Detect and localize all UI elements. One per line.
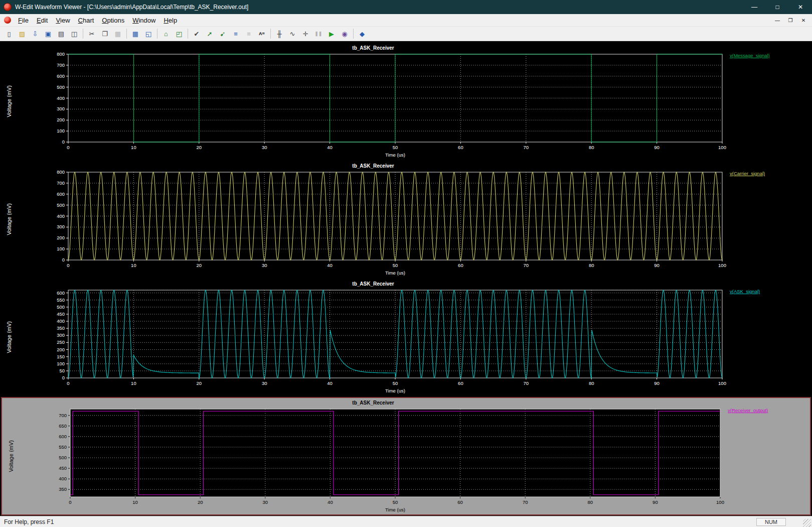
minimize-button[interactable]: — bbox=[743, 0, 766, 14]
message-signal-plot[interactable]: 0102030405060708090100010020030040050060… bbox=[18, 52, 728, 158]
svg-text:10: 10 bbox=[131, 380, 136, 386]
svg-text:400: 400 bbox=[57, 213, 65, 219]
y-axis-label: Voltage (mV) bbox=[2, 398, 20, 514]
cut-button[interactable]: ✂ bbox=[86, 28, 98, 40]
menu-edit[interactable]: Edit bbox=[33, 14, 52, 26]
waveform-panel-receiver-selected[interactable]: Voltage (mV) tb_ASK_Receiver 01020304050… bbox=[1, 397, 811, 515]
import-file-button[interactable]: ⇩ bbox=[29, 28, 41, 40]
chart-window-button[interactable]: ◱ bbox=[142, 28, 154, 40]
open-file-button[interactable]: ▨ bbox=[16, 28, 28, 40]
menu-file[interactable]: File bbox=[14, 14, 33, 26]
svg-text:500: 500 bbox=[59, 455, 67, 460]
legend-label-message[interactable]: v(Message_signal) bbox=[730, 53, 770, 58]
snapshot-button[interactable]: ◉ bbox=[339, 28, 351, 40]
zoom-mode-button[interactable]: ◰ bbox=[173, 28, 185, 40]
toolbar: ▯▨⇩▣▤◫✂❐▦▦◱⌂◰✔➚➹≡≡A=╫∿✛❚❚▶◉◆ bbox=[0, 26, 812, 41]
trace-cursor-button[interactable]: ✛ bbox=[299, 28, 311, 40]
collapse-traces-button: ≡ bbox=[243, 28, 255, 40]
menu-window[interactable]: Window bbox=[128, 14, 159, 26]
menu-chart[interactable]: Chart bbox=[74, 14, 98, 26]
mdi-restore-button[interactable]: ❐ bbox=[784, 15, 797, 25]
waveform-panel-message[interactable]: Voltage (mV) tb_ASK_Receiver 01020304050… bbox=[0, 43, 812, 160]
svg-text:300: 300 bbox=[57, 224, 65, 229]
svg-text:600: 600 bbox=[59, 434, 67, 439]
toolbar-separator bbox=[157, 29, 157, 39]
close-button[interactable]: ✕ bbox=[789, 0, 812, 14]
svg-text:70: 70 bbox=[523, 499, 528, 505]
svg-text:800: 800 bbox=[57, 170, 65, 175]
app-icon bbox=[4, 3, 12, 11]
svg-text:30: 30 bbox=[262, 145, 267, 150]
carrier-signal-plot[interactable]: 0102030405060708090100010020030040050060… bbox=[18, 170, 728, 276]
legend-label-receiver[interactable]: v(Receiver_output) bbox=[728, 408, 768, 413]
svg-text:20: 20 bbox=[197, 380, 202, 386]
svg-text:100: 100 bbox=[57, 128, 65, 134]
toolbar-separator bbox=[83, 29, 83, 39]
charts-area: Voltage (mV) tb_ASK_Receiver 01020304050… bbox=[0, 41, 812, 516]
svg-text:600: 600 bbox=[57, 191, 65, 197]
svg-text:80: 80 bbox=[588, 499, 593, 505]
svg-text:40: 40 bbox=[327, 262, 333, 268]
export-data-button[interactable]: ➹ bbox=[217, 28, 229, 40]
toolbar-separator bbox=[126, 29, 127, 39]
export-chart-button[interactable]: ➚ bbox=[204, 28, 216, 40]
svg-text:600: 600 bbox=[57, 73, 65, 79]
waveform-panel-carrier[interactable]: Voltage (mV) tb_ASK_Receiver 01020304050… bbox=[0, 161, 812, 278]
svg-text:700: 700 bbox=[59, 413, 67, 418]
svg-text:90: 90 bbox=[654, 262, 660, 268]
run-simulation-button[interactable]: ▶ bbox=[326, 28, 338, 40]
legend: v(Message_signal) bbox=[728, 43, 812, 160]
receiver-output-plot[interactable]: 0102030405060708090100350400450500550600… bbox=[20, 407, 726, 513]
svg-text:0: 0 bbox=[67, 380, 69, 386]
ask-signal-plot[interactable]: 0102030405060708090100050100150200250300… bbox=[18, 288, 728, 394]
expand-traces-button[interactable]: ≡ bbox=[230, 28, 242, 40]
legend-label-ask[interactable]: v(ASK_signal) bbox=[730, 289, 760, 294]
zoom-full-button[interactable]: ⌂ bbox=[160, 28, 172, 40]
svg-text:200: 200 bbox=[57, 235, 65, 240]
mdi-close-button[interactable]: ✕ bbox=[797, 15, 810, 25]
svg-text:80: 80 bbox=[589, 380, 594, 386]
svg-text:20: 20 bbox=[197, 145, 202, 150]
plot-column: tb_ASK_Receiver 010203040506070809010001… bbox=[18, 161, 728, 278]
document-icon[interactable] bbox=[4, 17, 11, 24]
eraser-button[interactable]: ◆ bbox=[356, 28, 368, 40]
menu-options[interactable]: Options bbox=[98, 14, 128, 26]
print-button[interactable]: ▤ bbox=[55, 28, 67, 40]
edit-traces-button[interactable]: ✔ bbox=[191, 28, 203, 40]
maximize-button[interactable]: □ bbox=[766, 0, 789, 14]
mdi-minimize-button[interactable]: — bbox=[771, 15, 784, 25]
svg-text:50: 50 bbox=[393, 262, 398, 268]
menu-bar: FileEditViewChartOptionsWindowHelp — ❐ ✕ bbox=[0, 14, 812, 26]
svg-text:60: 60 bbox=[457, 499, 463, 505]
svg-text:0: 0 bbox=[62, 257, 65, 262]
y-axis-label: Voltage (mV) bbox=[0, 279, 18, 396]
add-label-button[interactable]: A= bbox=[256, 28, 268, 40]
resize-grip[interactable] bbox=[803, 519, 811, 527]
svg-text:50: 50 bbox=[59, 368, 65, 373]
svg-text:400: 400 bbox=[57, 95, 65, 101]
wedit-window: { "window": { "title": "W-Edit Waveform … bbox=[0, 0, 812, 527]
svg-text:100: 100 bbox=[57, 361, 65, 366]
new-chart-button[interactable]: ▦ bbox=[129, 28, 141, 40]
show-waveforms-button[interactable]: ∿ bbox=[286, 28, 298, 40]
x-axis-label: Time (us) bbox=[385, 270, 405, 276]
svg-text:30: 30 bbox=[262, 380, 267, 386]
waveform-panel-ask[interactable]: Voltage (mV) tb_ASK_Receiver 01020304050… bbox=[0, 279, 812, 396]
plot-column: tb_ASK_Receiver 010203040506070809010035… bbox=[20, 398, 726, 514]
print-preview-button[interactable]: ◫ bbox=[68, 28, 80, 40]
legend-label-carrier[interactable]: v(Carrier_signal) bbox=[730, 171, 765, 176]
svg-text:90: 90 bbox=[654, 145, 660, 150]
menu-view[interactable]: View bbox=[52, 14, 74, 26]
save-file-button[interactable]: ▣ bbox=[42, 28, 54, 40]
window-title: W-Edit Waveform Viewer - [C:\Users\admin… bbox=[15, 4, 248, 11]
toolbar-separator bbox=[188, 29, 188, 39]
svg-text:700: 700 bbox=[57, 62, 65, 68]
svg-text:350: 350 bbox=[59, 486, 67, 492]
svg-text:70: 70 bbox=[524, 380, 529, 386]
svg-text:150: 150 bbox=[57, 354, 65, 359]
copy-button[interactable]: ❐ bbox=[99, 28, 111, 40]
new-file-button[interactable]: ▯ bbox=[3, 28, 15, 40]
horizontal-cursor-button[interactable]: ╫ bbox=[273, 28, 285, 40]
menu-help[interactable]: Help bbox=[159, 14, 181, 26]
svg-text:400: 400 bbox=[57, 318, 65, 324]
